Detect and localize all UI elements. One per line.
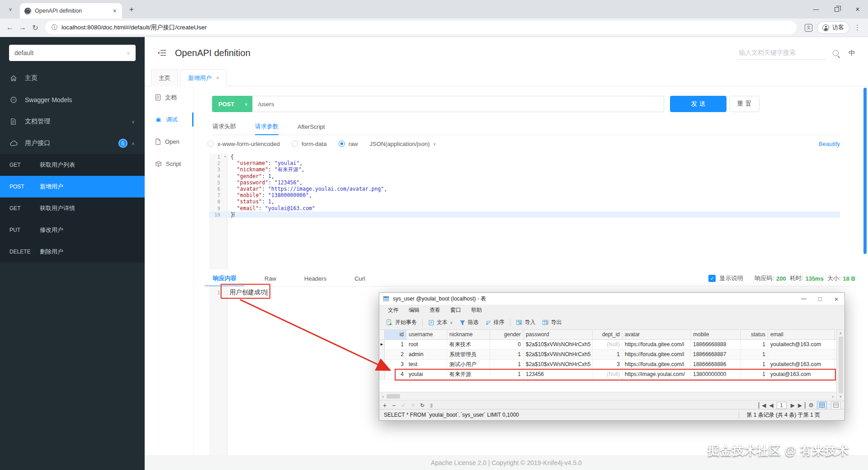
db-cell-email[interactable]: youlai@163.com bbox=[768, 370, 835, 379]
debug-nav-3[interactable]: Script bbox=[145, 153, 193, 175]
record-apply-button[interactable]: ✓ bbox=[401, 402, 406, 409]
sidebar-item-2[interactable]: 文档管理∨ bbox=[0, 111, 145, 132]
last-page-icon[interactable]: ▶▕ bbox=[798, 402, 804, 409]
db-tool-2[interactable]: 筛选 bbox=[456, 317, 482, 328]
response-tab-3[interactable]: Curl bbox=[346, 270, 373, 287]
doc-tab-0[interactable]: 主页 bbox=[151, 69, 178, 86]
db-column-header-id[interactable]: id bbox=[385, 330, 406, 339]
body-mode-1[interactable]: form-data bbox=[292, 141, 327, 147]
scroll-right-icon[interactable]: › bbox=[829, 394, 836, 399]
tab-close-icon[interactable]: × bbox=[112, 7, 118, 14]
db-column-header-mobile[interactable]: mobile bbox=[691, 330, 741, 339]
profile-button[interactable]: 访客 bbox=[817, 21, 849, 34]
language-toggle[interactable]: 中 bbox=[849, 49, 855, 57]
scrollbar-thumb[interactable] bbox=[387, 394, 400, 399]
sidebar-item-3[interactable]: 用户接口5∧ bbox=[0, 132, 145, 154]
new-tab-button[interactable]: + bbox=[126, 5, 137, 14]
window-close-icon[interactable]: × bbox=[847, 0, 868, 19]
radio-icon[interactable] bbox=[339, 141, 345, 147]
db-cell-gender[interactable]: 1 bbox=[490, 350, 524, 359]
db-cell-id[interactable]: 4 bbox=[385, 370, 406, 379]
db-cell-mobile[interactable]: 18866668886 bbox=[691, 360, 741, 369]
db-cell-nickname[interactable]: 测试小用户 bbox=[447, 360, 490, 369]
sidebar-api-item-get-0[interactable]: GET获取用户列表 bbox=[0, 154, 145, 176]
page-number-input[interactable]: 1 bbox=[777, 402, 787, 409]
window-restore-icon[interactable] bbox=[826, 0, 847, 19]
request-body-editor[interactable]: 1▾{2 "username": "youlai",3 "nickname": … bbox=[209, 154, 840, 269]
db-cell-nickname[interactable]: 系统管理员 bbox=[447, 350, 490, 359]
db-row-1[interactable]: 2admin系统管理员1$2a$10$xVWsNOhHrCxh51https:/… bbox=[379, 350, 836, 360]
db-row-0[interactable]: ▶1root有来技术0$2a$10$xVWsNOhHrCxh5(Null)htt… bbox=[379, 340, 836, 350]
db-cell-id[interactable]: 3 bbox=[385, 360, 406, 369]
grid-view-button[interactable] bbox=[817, 401, 827, 409]
db-cell-email[interactable]: youlaitech@163.com bbox=[768, 360, 835, 369]
db-cell-dept_id[interactable]: (Null) bbox=[593, 340, 623, 349]
db-cell-password[interactable]: 123456 bbox=[524, 370, 593, 379]
db-column-header-dept_id[interactable]: dept_id bbox=[593, 330, 623, 339]
search-input[interactable]: 输入文档关键字搜索 bbox=[738, 47, 826, 60]
scroll-down-icon[interactable]: ∨ bbox=[840, 395, 842, 399]
db-cell-nickname[interactable]: 有来技术 bbox=[447, 340, 490, 349]
response-tab-2[interactable]: Headers bbox=[296, 270, 335, 287]
settings-gear-icon[interactable]: ⚙ bbox=[808, 402, 813, 409]
db-column-header-gender[interactable]: gender bbox=[490, 330, 524, 339]
db-minimize-icon[interactable]: — bbox=[796, 293, 812, 305]
db-data-grid[interactable]: idusernamenicknamegenderpassworddept_ida… bbox=[379, 330, 836, 392]
db-cell-username[interactable]: youlai bbox=[406, 370, 447, 379]
db-cell-id[interactable]: 2 bbox=[385, 350, 406, 359]
database-window[interactable]: sys_user @youlai_boot (localhost) - 表 — … bbox=[379, 292, 845, 421]
sidebar-item-1[interactable]: Swagger Models bbox=[0, 89, 145, 111]
window-minimize-icon[interactable]: — bbox=[806, 0, 826, 19]
radio-icon[interactable] bbox=[208, 141, 214, 147]
send-button[interactable]: 发 送 bbox=[670, 96, 726, 112]
prev-page-icon[interactable]: ◀ bbox=[769, 402, 772, 409]
record-add-button[interactable]: + bbox=[383, 402, 387, 409]
beautify-link[interactable]: Beautify bbox=[819, 141, 840, 147]
db-menu-4[interactable]: 帮助 bbox=[466, 306, 487, 314]
reload-icon[interactable]: ↻ bbox=[29, 24, 42, 32]
db-cell-username[interactable]: root bbox=[406, 340, 447, 349]
sidebar-api-item-post-1[interactable]: POST新增用户 bbox=[0, 176, 145, 197]
db-cell-password[interactable]: $2a$10$xVWsNOhHrCxh5 bbox=[524, 340, 593, 349]
forward-icon[interactable]: → bbox=[16, 24, 29, 32]
form-view-button[interactable] bbox=[831, 401, 841, 409]
menu-fold-icon[interactable] bbox=[157, 49, 166, 56]
db-vertical-scrollbar[interactable]: ∧ ∨ bbox=[836, 330, 844, 400]
record-stop-button[interactable]: ▮ bbox=[430, 402, 433, 409]
record-cancel-button[interactable]: × bbox=[411, 402, 415, 409]
browser-menu-icon[interactable]: ⋮ bbox=[854, 24, 861, 32]
db-cell-gender[interactable]: 1 bbox=[490, 360, 524, 369]
first-page-icon[interactable]: ▏◀ bbox=[759, 402, 765, 409]
debug-nav-1[interactable]: 调试 bbox=[145, 108, 193, 131]
db-cell-avatar[interactable]: https://foruda.gitee.com/i bbox=[623, 340, 691, 349]
db-cell-avatar[interactable]: https://foruda.gitee.com/i bbox=[623, 360, 691, 369]
db-cell-dept_id[interactable]: 3 bbox=[593, 360, 623, 369]
db-cell-gender[interactable]: 0 bbox=[490, 340, 524, 349]
request-url-input[interactable]: /users bbox=[252, 96, 664, 112]
address-bar[interactable]: ⓘ localhost:8080/doc.html#/default/用户接口/… bbox=[45, 21, 797, 34]
group-select[interactable]: default ∨ bbox=[9, 45, 136, 61]
back-icon[interactable]: ← bbox=[4, 24, 16, 32]
record-refresh-button[interactable]: ↻ bbox=[420, 402, 425, 409]
db-cell-gender[interactable]: 1 bbox=[490, 370, 524, 379]
show-description-checkbox[interactable]: ✓ bbox=[708, 275, 716, 282]
reset-button[interactable]: 重 置 bbox=[729, 96, 760, 112]
db-cell-password[interactable]: $2a$10$xVWsNOhHrCxh5 bbox=[524, 350, 593, 359]
db-menu-1[interactable]: 编辑 bbox=[404, 306, 425, 314]
scroll-left-icon[interactable]: ‹ bbox=[379, 394, 387, 399]
page-scrollbar-thumb[interactable] bbox=[863, 88, 867, 254]
db-menu-0[interactable]: 文件 bbox=[383, 306, 404, 314]
db-cell-mobile[interactable]: 13800000000 bbox=[691, 370, 741, 379]
record-delete-button[interactable]: − bbox=[392, 402, 396, 409]
doc-tab-1[interactable]: 新增用户× bbox=[180, 69, 227, 86]
db-cell-password[interactable]: $2a$10$xVWsNOhHrCxh5 bbox=[524, 360, 593, 369]
debug-nav-0[interactable]: 文档 bbox=[145, 86, 193, 108]
db-column-header-email[interactable]: email bbox=[768, 330, 835, 339]
content-type-select[interactable]: JSON(application/json) ∨ bbox=[370, 141, 436, 147]
db-cell-mobile[interactable]: 18866668888 bbox=[691, 340, 741, 349]
sidebar-api-item-delete-4[interactable]: DELETE删除用户 bbox=[0, 241, 145, 263]
request-tab-0[interactable]: 请求头部 bbox=[212, 118, 236, 135]
db-cell-dept_id[interactable]: (Null) bbox=[593, 370, 623, 379]
db-row-2[interactable]: 3test测试小用户1$2a$10$xVWsNOhHrCxh53https://… bbox=[379, 360, 836, 370]
db-cell-id[interactable]: 1 bbox=[385, 340, 406, 349]
